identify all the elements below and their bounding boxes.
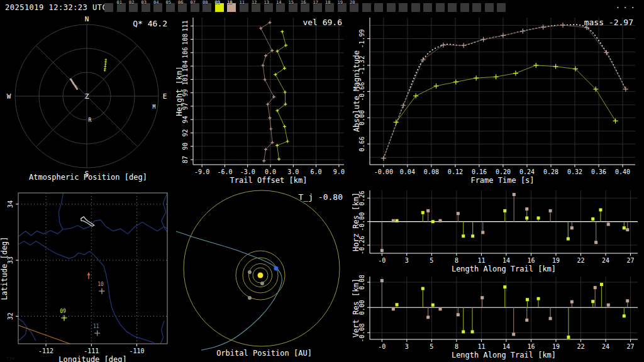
frame-thumb-blank[interactable] [460,3,469,12]
x-tick-label: 24 [602,257,609,264]
frame-thumb-blank[interactable] [423,3,432,12]
frame-thumb-label: 03 [142,1,147,5]
frame-thumb-16[interactable]: 16 [301,3,309,12]
y-tick-label: -1.99 [358,29,365,48]
x-tick-label: 9.0 [333,168,345,175]
panel-ground-map: 091011-112-111-110323334Longitude [deg]L… [0,189,176,362]
frame-thumb-label: 13 [264,1,269,5]
frame-thumb-02[interactable]: 02 [129,3,138,12]
timestamp: 20251019 12:32:23 UTC [5,3,107,12]
x-tick-label: 0.32 [567,168,582,175]
x-tick-label: 27 [627,257,635,264]
x-tick-label: -110 [130,348,145,354]
frame-thumb-label: 07 [191,1,196,5]
frame-thumb-17[interactable]: 17 [313,3,322,12]
panel-horizontal-residuals: -0358111416192224270.26-0.00-0.26Length … [352,189,644,275]
x-axis-label: Length Along Trail [km] [452,351,556,359]
frame-thumb-15[interactable]: 15 [289,3,297,12]
frame-thumb-blank[interactable] [399,3,408,12]
horizontal-residuals-chart: -0358111416192224270.26-0.00-0.26Length … [352,189,644,275]
x-tick-label: 0.12 [448,168,463,175]
menu-dots[interactable]: ... [616,1,638,10]
x-axis-label: Longitude [deg] [58,355,126,362]
x-tick-label: 6.0 [311,168,322,175]
y-tick-label: 111 [182,20,189,31]
x-tick-label: -0 [378,343,386,350]
meteor-trajectory [176,231,282,350]
x-tick-label: 5 [430,343,433,350]
station-label-M: M [153,104,156,110]
frame-thumb-label: 12 [252,1,257,5]
compass-east-label: E [163,92,167,101]
compass-west-label: W [7,92,11,101]
frame-thumb-blank[interactable] [485,3,494,12]
chart-title: Q* 46.2 [133,19,167,28]
x-tick-label: 0.24 [519,168,535,175]
frame-thumb-blank[interactable] [362,3,371,12]
x-tick-label: -6.0 [217,168,232,175]
frame-thumb-blank[interactable] [387,3,396,12]
frame-strip: 0102030405060708091011121314151617181920 [104,0,532,15]
frame-thumb-01[interactable]: 01 [117,3,126,12]
x-tick-label: -0.00 [374,168,393,175]
vertical-residuals-chart: -0358111416192224270.080.00-0.08Length A… [352,275,644,362]
map-layers: 091011 [18,193,167,344]
x-tick-label: 3 [405,257,409,264]
frame-thumb-03[interactable]: 03 [142,3,150,12]
frame-thumb-blank[interactable] [374,3,383,12]
planet-earth [274,266,279,271]
frame-thumb-14[interactable]: 14 [276,3,285,12]
planet-mercury [260,282,264,285]
x-tick-label: 0.04 [400,168,415,175]
frame-thumb-label: 18 [325,1,330,5]
frame-thumb-19[interactable]: 19 [338,3,347,12]
orbital-position-chart: T_j -0.80Orbital Position [AU] [176,189,352,362]
frame-thumb-11[interactable]: 11 [240,3,248,12]
frame-thumb-07[interactable]: 07 [191,3,199,12]
y-axis-label: Vert Res [km] [352,278,360,337]
panel-orbital-position: T_j -0.80Orbital Position [AU] [176,189,352,362]
station-marker-label: 10 [97,282,104,287]
panel-vertical-residuals: -0358111416192224270.080.00-0.08Length A… [352,275,644,362]
x-tick-label: 0.0 [265,168,276,175]
x-tick-label: 19 [552,343,560,350]
y-tick-label: 0.66 [358,136,365,151]
watermark: rjw [6,356,14,361]
x-tick-label: 16 [527,257,535,264]
frame-thumb-20[interactable]: 20 [350,3,358,12]
x-tick-label: 14 [502,343,510,350]
top-bar: 20251019 12:32:23 UTC 010203040506070809… [0,0,644,15]
frame-thumb-12[interactable]: 12 [252,3,260,12]
x-tick-label: 8 [455,257,458,264]
panel-light-curve: -0.000.040.080.120.160.200.240.280.320.3… [352,15,644,189]
chart-title: vel 69.6 [303,18,342,27]
frame-thumb-06[interactable]: 06 [178,3,187,12]
frame-thumb-09[interactable]: 09 [215,3,224,12]
panel-atmospheric-position: NESWZMRQ* 46.2Atmospheric Position [deg] [0,15,176,189]
x-axis-label: Trail Offset [km] [230,176,308,185]
frame-thumb-blank[interactable] [436,3,445,12]
frame-thumb-04[interactable]: 04 [153,3,162,12]
y-tick-label: 106 [182,47,189,58]
x-tick-label: 11 [477,343,485,350]
frame-thumb-10[interactable]: 10 [227,3,236,12]
frame-thumb-blank[interactable] [472,3,481,12]
frame-thumb-08[interactable]: 08 [203,3,211,12]
station-marker-label: 11 [93,324,99,329]
trail-camera-09 [104,58,107,72]
frame-thumb-label: 17 [313,1,318,5]
frame-thumb-blank[interactable] [448,3,457,12]
chart-title: T_j -0.80 [299,192,343,202]
frame-thumb-blank[interactable] [497,3,506,12]
frame-thumb-blank[interactable] [104,3,113,12]
x-tick-label: 3.0 [287,168,299,175]
x-axis-label: Length Along Trail [km] [452,265,556,273]
frame-thumb-13[interactable]: 13 [264,3,273,12]
series-camera-09 [396,283,626,339]
frame-thumb-18[interactable]: 18 [325,3,334,12]
frame-thumb-blank[interactable] [411,3,420,12]
compass-north-label: N [85,15,89,23]
frame-thumb-05[interactable]: 05 [166,3,175,12]
jupiter-orbit [184,190,340,346]
frame-thumb-label: 15 [289,1,294,5]
